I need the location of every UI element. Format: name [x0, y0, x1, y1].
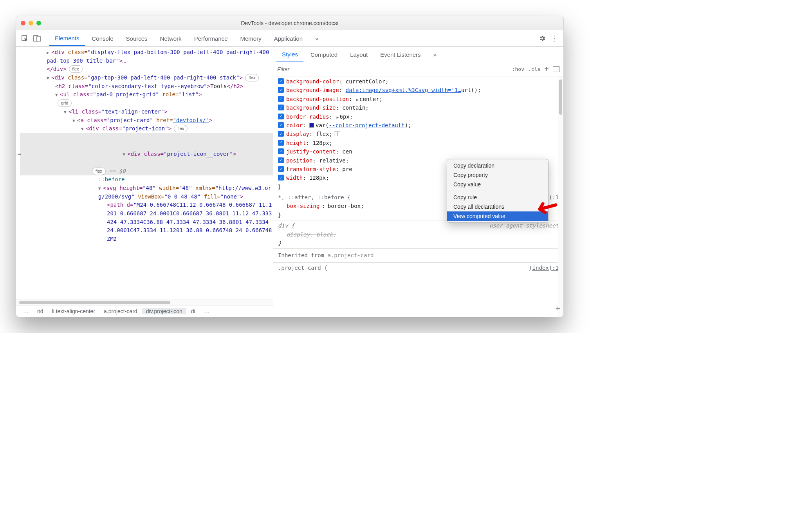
crumb[interactable]: li.text-align-center — [48, 308, 99, 314]
subtab-layout[interactable]: Layout — [345, 48, 373, 61]
dom-node[interactable]: ::before — [20, 175, 273, 184]
inherited-selector[interactable]: a.project-card — [327, 252, 374, 258]
css-value[interactable]: 128px; — [313, 140, 333, 146]
subtab-event-listeners[interactable]: Event Listeners — [375, 48, 426, 61]
css-value[interactable]: pre — [342, 166, 352, 172]
crumb[interactable]: rid — [33, 308, 47, 314]
filter-input[interactable] — [277, 66, 508, 72]
cls-toggle[interactable]: .cls — [528, 66, 540, 72]
css-property[interactable]: box-sizing — [287, 202, 319, 210]
dom-node[interactable]: <svg height="48" width="48" xmlns="http:… — [20, 184, 273, 201]
dom-tree[interactable]: <div class="display-flex pad-bottom-300 … — [16, 47, 273, 300]
tabs-overflow[interactable]: » — [310, 31, 324, 45]
inspect-icon[interactable] — [19, 33, 30, 44]
css-value-link[interactable]: --color-project-default — [329, 122, 405, 128]
css-property[interactable]: transform-style — [286, 166, 336, 172]
kebab-icon[interactable]: ⋮ — [549, 33, 560, 44]
crumb-overflow[interactable]: … — [200, 308, 213, 314]
dom-node[interactable]: <a class="project-card" href="devtools/"… — [20, 116, 273, 125]
toggle-checkbox[interactable] — [278, 78, 284, 84]
crumb[interactable]: a.project-card — [100, 308, 141, 314]
tab-performance[interactable]: Performance — [189, 31, 233, 45]
device-toggle-icon[interactable] — [32, 33, 43, 44]
css-property[interactable]: background-size — [286, 105, 336, 111]
css-property[interactable]: height — [286, 140, 306, 146]
css-declaration[interactable]: background-size: contain; — [278, 103, 556, 112]
dom-node[interactable]: <h2 class="color-secondary-text type--ey… — [20, 82, 273, 91]
layout-pill[interactable]: flex — [245, 74, 259, 81]
css-value[interactable]: cen — [342, 148, 352, 155]
css-property[interactable]: width — [286, 175, 303, 181]
toggle-checkbox[interactable] — [278, 148, 284, 154]
crumb-overflow[interactable]: … — [19, 308, 32, 314]
css-property[interactable]: position — [286, 157, 312, 164]
css-declaration[interactable]: justify-content: cen — [278, 147, 556, 156]
add-declaration-icon[interactable]: + — [556, 302, 560, 314]
css-property[interactable]: color — [286, 122, 303, 128]
crumb[interactable]: di — [187, 308, 199, 314]
toggle-checkbox[interactable] — [278, 114, 284, 119]
css-property[interactable]: display — [286, 131, 309, 137]
horizontal-scrollbar[interactable] — [16, 300, 273, 305]
tab-sources[interactable]: Sources — [121, 31, 153, 45]
dom-node[interactable]: <path d="M24 0.666748C11.12 0.666748 0.6… — [20, 201, 273, 243]
toggle-checkbox[interactable] — [278, 105, 284, 110]
toggle-checkbox[interactable] — [278, 96, 284, 102]
toggle-checkbox[interactable] — [278, 131, 284, 137]
menu-item-copy-rule[interactable]: Copy rule — [447, 193, 548, 202]
gear-icon[interactable] — [537, 33, 548, 44]
css-declaration[interactable]: color: var(--color-project-default); — [278, 121, 556, 130]
css-value[interactable]: 6px; — [340, 114, 353, 120]
css-property[interactable]: background-image — [286, 87, 339, 93]
subtabs-overflow[interactable]: » — [428, 48, 442, 61]
ellipsis-icon[interactable]: ⋯ — [16, 150, 23, 159]
css-declaration[interactable]: display: flex; — [278, 130, 556, 138]
css-declaration[interactable]: border-radius: ▶6px; — [278, 112, 556, 121]
hov-toggle[interactable]: :hov — [512, 66, 524, 72]
toggle-checkbox[interactable] — [278, 166, 284, 172]
subtab-styles[interactable]: Styles — [276, 47, 303, 61]
tab-application[interactable]: Application — [269, 31, 308, 45]
css-declaration[interactable]: background-color: currentColor; — [278, 77, 556, 86]
css-value[interactable]: 128px; — [309, 175, 329, 181]
new-style-rule-icon[interactable]: + — [544, 65, 549, 74]
css-value-link[interactable]: data:image/svg+xml,%3Csvg width='1… — [346, 87, 461, 93]
css-property[interactable]: background-position — [286, 96, 349, 102]
layout-pill[interactable]: flex — [92, 168, 106, 175]
css-declaration[interactable]: background-position: ▶center; — [278, 95, 556, 103]
css-value[interactable]: contain; — [342, 105, 368, 111]
dom-node[interactable]: </div>flex — [20, 65, 273, 74]
sidebar-toggle-icon[interactable] — [553, 66, 559, 72]
tab-elements[interactable]: Elements — [49, 31, 85, 46]
rule-selector[interactable]: *, ::after, ::before { — [278, 194, 350, 200]
dom-node[interactable]: <div class="display-flex pad-bottom-300 … — [20, 48, 273, 65]
toggle-checkbox[interactable] — [278, 87, 284, 93]
css-value[interactable]: url( — [461, 87, 475, 93]
rule-origin[interactable]: (index):1 — [529, 264, 559, 272]
menu-item-copy-declaration[interactable]: Copy declaration — [447, 161, 548, 170]
rule-selector[interactable]: .project-card { — [278, 265, 327, 271]
menu-item-copy-property[interactable]: Copy property — [447, 170, 548, 180]
toggle-checkbox[interactable] — [278, 157, 284, 163]
css-value[interactable]: relative; — [319, 157, 349, 164]
css-value[interactable]: currentColor; — [346, 78, 389, 85]
toggle-checkbox[interactable] — [278, 140, 284, 146]
toggle-checkbox[interactable] — [278, 175, 284, 180]
flex-editor-icon[interactable] — [334, 132, 340, 136]
menu-item-copy-value[interactable]: Copy value — [447, 180, 548, 189]
dom-node[interactable]: grid — [20, 99, 273, 108]
css-property[interactable]: background-color — [286, 78, 339, 85]
css-property[interactable]: border-radius — [286, 114, 329, 120]
menu-item-copy-all-declarations[interactable]: Copy all declarations — [447, 202, 548, 211]
css-value[interactable]: border-box; — [328, 202, 364, 210]
subtab-computed[interactable]: Computed — [305, 48, 343, 61]
dom-node[interactable]: <ul class="pad-0 project-grid" role="lis… — [20, 90, 273, 99]
dom-node-selected[interactable]: flex == $0 — [20, 167, 273, 176]
color-swatch-icon[interactable] — [309, 123, 314, 128]
layout-pill[interactable]: grid — [58, 99, 72, 107]
dom-node[interactable]: <div class="gap-top-300 pad-left-400 pad… — [20, 74, 273, 82]
layout-pill[interactable]: flex — [69, 65, 83, 73]
dom-node-selected[interactable]: ⋯ <div class="project-icon__cover"> — [20, 133, 273, 167]
toggle-checkbox[interactable] — [278, 122, 284, 128]
crumb-selected[interactable]: div.project-icon — [142, 308, 186, 314]
